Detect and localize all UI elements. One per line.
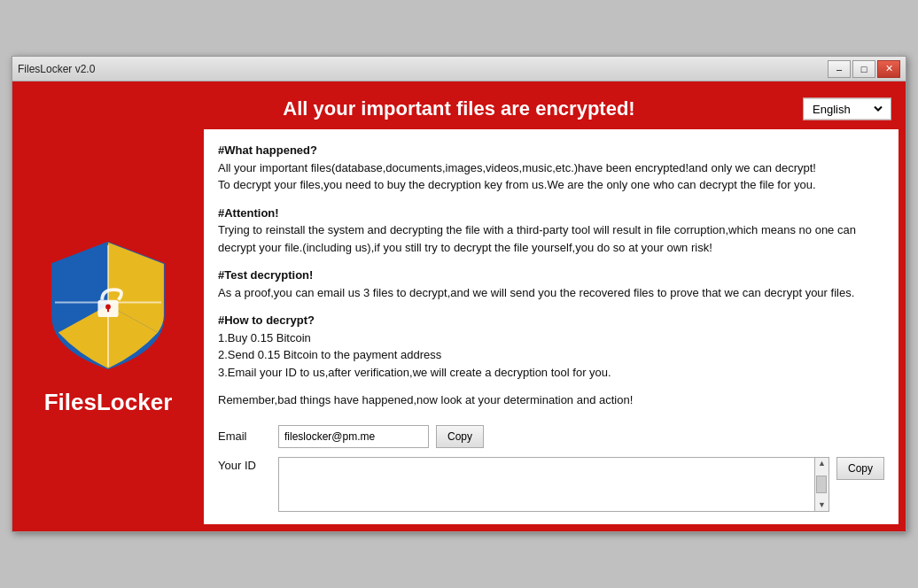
section3-body: As a proof,you can email us 3 files to d… [218, 284, 884, 302]
copy-id-button[interactable]: Copy [836, 457, 884, 480]
body-area: FilesLocker #What happened? All your imp… [19, 129, 899, 524]
section4: #How to decrypt? 1.Buy 0.15 Bitcoin2.Sen… [218, 312, 884, 381]
header-title: All your important files are encrypted! [27, 97, 891, 120]
restore-button[interactable]: □ [852, 60, 875, 78]
language-selector[interactable]: English 中文 Español Français Deutsch [803, 98, 891, 120]
copy-email-button[interactable]: Copy [436, 425, 484, 448]
minimize-button[interactable]: – [828, 60, 851, 78]
scroll-down-arrow[interactable]: ▼ [818, 501, 826, 509]
title-bar: FilesLocker v2.0 – □ ✕ [12, 57, 906, 81]
close-button[interactable]: ✕ [877, 60, 900, 78]
scroll-up-arrow[interactable]: ▲ [818, 460, 826, 468]
left-panel: FilesLocker [19, 129, 197, 524]
scroll-thumb [816, 476, 827, 493]
email-input[interactable] [278, 425, 429, 448]
form-area: Email Copy Your ID ▲ ▼ [218, 425, 884, 512]
main-content: All your important files are encrypted! … [12, 81, 906, 531]
id-scrollbar: ▲ ▼ [814, 458, 829, 511]
main-window: FilesLocker v2.0 – □ ✕ All your importan… [12, 56, 906, 532]
id-label: Your ID [218, 457, 271, 475]
language-select[interactable]: English 中文 Español Français Deutsch [809, 102, 885, 117]
email-row: Email Copy [218, 425, 884, 448]
svg-rect-4 [107, 307, 109, 312]
section1-header: #What happened? [218, 143, 317, 157]
section1: #What happened? All your important files… [218, 142, 884, 194]
right-panel: #What happened? All your important files… [204, 129, 899, 524]
section1-body: All your important files(database,docume… [218, 159, 884, 194]
section3-header: #Test decryption! [218, 268, 313, 282]
id-row: Your ID ▲ ▼ Copy [218, 457, 884, 512]
remember-text: Remember,bad things have happened,now lo… [218, 391, 884, 409]
section3: #Test decryption! As a proof,you can ema… [218, 267, 884, 301]
shield-icon [46, 238, 170, 371]
section4-body: 1.Buy 0.15 Bitcoin2.Send 0.15 Bitcoin to… [218, 329, 884, 382]
brand-name: FilesLocker [44, 389, 173, 416]
section2-body: Trying to reinstall the system and decry… [218, 221, 884, 256]
section4-header: #How to decrypt? [218, 313, 315, 327]
id-textarea-wrapper: ▲ ▼ [278, 457, 829, 512]
header-bar: All your important files are encrypted! … [19, 89, 899, 129]
window-controls: – □ ✕ [828, 60, 900, 78]
section2: #Attention! Trying to reinstall the syst… [218, 205, 884, 257]
id-textarea[interactable] [279, 458, 814, 511]
email-label: Email [218, 428, 271, 445]
section2-header: #Attention! [218, 206, 279, 220]
window-title: FilesLocker v2.0 [18, 63, 95, 75]
remember-section: Remember,bad things have happened,now lo… [218, 391, 884, 409]
